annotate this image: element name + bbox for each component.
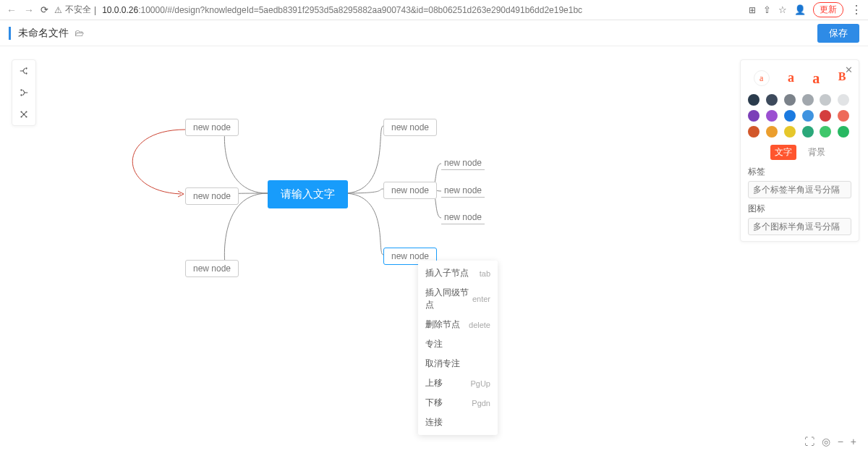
- color-swatch-10[interactable]: [820, 110, 831, 122]
- font-size-row: a a a B: [748, 70, 851, 87]
- forward-button[interactable]: →: [23, 4, 35, 16]
- view-controls: ⛶ ◎ − +: [804, 436, 856, 447]
- style-panel: ✕ a a a B 文字 背景 标签 图标: [740, 59, 859, 242]
- center-view-icon[interactable]: ◎: [822, 436, 830, 447]
- color-swatch-9[interactable]: [802, 110, 814, 122]
- center-node[interactable]: 请输入文字: [268, 180, 348, 208]
- header-accent: [9, 27, 11, 40]
- mindmap-canvas[interactable]: 请输入文字 new node new node new node new nod…: [0, 46, 868, 456]
- grandchild-3[interactable]: new node: [441, 211, 485, 224]
- color-swatch-12[interactable]: [748, 126, 760, 138]
- save-button[interactable]: 保存: [817, 24, 859, 43]
- app-header: 未命名文件 🗁 保存: [0, 20, 868, 46]
- icons-title: 图标: [748, 203, 851, 215]
- node-left-2[interactable]: new node: [185, 187, 239, 205]
- tab-background[interactable]: 背景: [804, 145, 830, 160]
- zoom-in-icon[interactable]: +: [851, 436, 856, 447]
- security-label: 不安全: [65, 4, 91, 16]
- color-swatch-16[interactable]: [820, 126, 831, 138]
- workspace: 请输入文字 new node new node new node new nod…: [0, 46, 868, 456]
- reload-button[interactable]: ⟳: [41, 4, 48, 15]
- update-button[interactable]: 更新: [813, 2, 843, 17]
- menu-delete-node[interactable]: 删除节点delete: [418, 315, 498, 334]
- context-menu: 插入子节点tab 插入同级节点enter 删除节点delete 专注 取消专注 …: [418, 261, 498, 435]
- icons-input[interactable]: [748, 218, 851, 235]
- share-icon[interactable]: ⇧: [763, 4, 771, 15]
- color-swatch-7[interactable]: [766, 110, 778, 122]
- color-swatch-11[interactable]: [838, 110, 849, 122]
- color-swatch-17[interactable]: [838, 126, 849, 138]
- back-button[interactable]: ←: [6, 4, 17, 16]
- file-title[interactable]: 未命名文件: [18, 27, 69, 40]
- menu-connect[interactable]: 连接: [418, 413, 498, 432]
- color-swatch-1[interactable]: [766, 94, 778, 106]
- font-size-sm[interactable]: a: [788, 70, 794, 87]
- security-indicator[interactable]: ⚠ 不安全 |: [54, 4, 96, 16]
- color-swatch-14[interactable]: [784, 126, 796, 138]
- color-swatch-6[interactable]: [748, 110, 760, 122]
- color-swatches: [748, 94, 851, 138]
- folder-icon[interactable]: 🗁: [75, 28, 84, 38]
- browser-bar: ← → ⟳ ⚠ 不安全 | 10.0.0.26:10000/#/design?k…: [0, 0, 868, 20]
- node-left-1[interactable]: new node: [185, 119, 239, 136]
- menu-dots-icon[interactable]: ⋮: [851, 3, 862, 17]
- color-swatch-8[interactable]: [784, 110, 796, 122]
- node-right-2[interactable]: new node: [383, 182, 437, 199]
- node-left-3[interactable]: new node: [185, 260, 239, 277]
- fullscreen-icon[interactable]: ⛶: [804, 436, 814, 447]
- color-swatch-4[interactable]: [820, 94, 831, 106]
- warning-icon: ⚠: [54, 5, 62, 15]
- grandchild-2[interactable]: new node: [441, 184, 485, 198]
- labels-input[interactable]: [748, 181, 851, 198]
- labels-title: 标签: [748, 166, 851, 178]
- menu-unfocus[interactable]: 取消专注: [418, 354, 498, 373]
- color-swatch-15[interactable]: [802, 126, 814, 138]
- menu-move-down[interactable]: 下移Pgdn: [418, 393, 498, 413]
- color-swatch-13[interactable]: [766, 126, 778, 138]
- menu-move-up[interactable]: 上移PgUp: [418, 373, 498, 393]
- menu-insert-child[interactable]: 插入子节点tab: [418, 263, 498, 283]
- close-icon[interactable]: ✕: [845, 64, 853, 75]
- color-swatch-2[interactable]: [784, 94, 796, 106]
- qr-icon[interactable]: ⊞: [749, 5, 756, 15]
- color-swatch-3[interactable]: [802, 94, 814, 106]
- text-bg-tabs: 文字 背景: [748, 145, 851, 160]
- bookmark-icon[interactable]: ☆: [778, 4, 787, 15]
- color-swatch-5[interactable]: [838, 94, 849, 106]
- tab-text[interactable]: 文字: [770, 145, 796, 160]
- color-swatch-0[interactable]: [748, 94, 760, 106]
- node-right-1[interactable]: new node: [383, 119, 437, 136]
- menu-insert-sibling[interactable]: 插入同级节点enter: [418, 283, 498, 315]
- profile-icon[interactable]: 👤: [794, 4, 806, 15]
- font-size-lg[interactable]: a: [812, 70, 820, 87]
- menu-focus[interactable]: 专注: [418, 334, 498, 354]
- zoom-out-icon[interactable]: −: [838, 436, 843, 447]
- address-bar[interactable]: 10.0.0.26:10000/#/design?knowledgeId=5ae…: [102, 5, 743, 15]
- grandchild-1[interactable]: new node: [441, 156, 485, 170]
- font-size-xs[interactable]: a: [754, 70, 770, 86]
